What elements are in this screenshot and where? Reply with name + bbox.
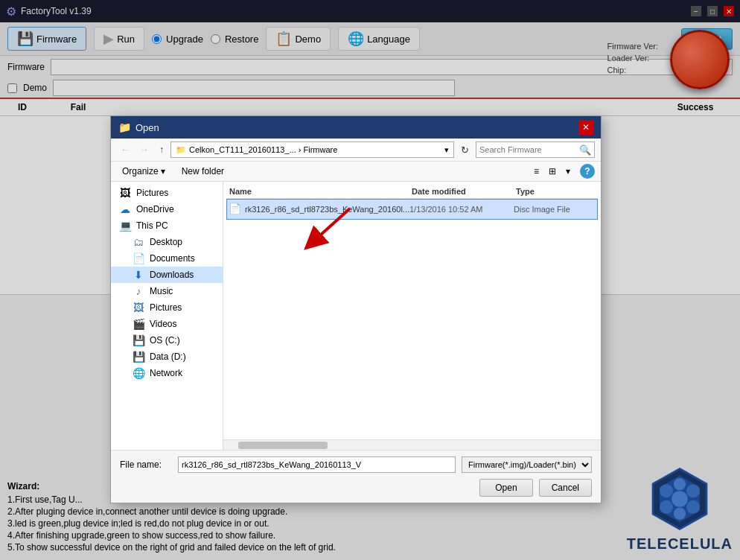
search-input[interactable] — [479, 145, 579, 154]
thispc-icon: 💻 — [118, 220, 132, 232]
hscroll-bar[interactable] — [238, 442, 328, 449]
osc-icon: 💾 — [132, 334, 145, 346]
sidebar-item-thispc-label: This PC — [136, 220, 168, 231]
dialog-content: 🖼 Pictures ☁ OneDrive 💻 This PC 🗂 Deskto… — [111, 182, 601, 450]
footer-row2: Open Cancel — [120, 479, 592, 497]
organize-chevron-icon: ▾ — [161, 166, 165, 176]
new-folder-label: New folder — [182, 166, 224, 176]
sidebar-item-network[interactable]: 🌐 Network — [111, 365, 223, 381]
footer-row1: File name: Firmware(*.img)/Loader(*.bin) — [120, 456, 592, 473]
nav-forward-button[interactable]: → — [136, 142, 153, 157]
file-row[interactable]: 📄 rk3126_r86_sd_rtl8723bs_KeWang_20160l.… — [226, 199, 598, 220]
datad-icon: 💾 — [132, 351, 145, 363]
cancel-button[interactable]: Cancel — [539, 479, 592, 497]
view-list-button[interactable]: ≡ — [530, 164, 543, 179]
sidebar-item-pictures2[interactable]: 🖼 Pictures — [111, 299, 223, 316]
nav-up-button[interactable]: ↑ — [156, 142, 168, 157]
organize-button[interactable]: Organize ▾ — [117, 164, 170, 179]
sidebar-item-documents[interactable]: 📄 Documents — [111, 250, 223, 267]
network-icon: 🌐 — [132, 367, 145, 379]
file-type: Disc Image File — [514, 205, 596, 214]
breadcrumb-text: Celkon_CT111_20160113_... › Firmware — [189, 145, 337, 154]
filetype-select[interactable]: Firmware(*.img)/Loader(*.bin) — [462, 456, 592, 473]
dialog-titlebar: 📁 Open ✕ — [111, 116, 601, 139]
open-dialog: 📁 Open ✕ ← → ↑ 📁 Celkon_CT111_20160113_.… — [110, 115, 602, 503]
files-col-name[interactable]: Name — [226, 187, 412, 196]
files-col-date[interactable]: Date modified — [412, 187, 516, 196]
sidebar-item-network-label: Network — [150, 368, 182, 378]
search-box: 🔍 — [476, 141, 595, 158]
nav-back-button[interactable]: ← — [117, 142, 133, 157]
dialog-folder-icon: 📁 — [118, 121, 131, 133]
search-icon: 🔍 — [579, 144, 591, 156]
pictures-icon: 🖼 — [118, 187, 132, 199]
files-panel: Name Date modified Type 📄 rk3126_r86_sd_… — [223, 182, 601, 450]
dialog-footer: File name: Firmware(*.img)/Loader(*.bin)… — [111, 450, 601, 503]
file-icon: 📄 — [229, 203, 242, 216]
sidebar-item-pictures[interactable]: 🖼 Pictures — [111, 185, 223, 201]
sidebar-item-osc[interactable]: 💾 OS (C:) — [111, 332, 223, 349]
filename-label: File name: — [120, 459, 172, 470]
dialog-navbar: ← → ↑ 📁 Celkon_CT111_20160113_... › Firm… — [111, 139, 601, 162]
sidebar-item-pictures-label: Pictures — [136, 188, 168, 198]
dialog-title: Open — [135, 122, 578, 133]
view-dropdown-button[interactable]: ▾ — [562, 164, 574, 179]
sidebar-item-onedrive-label: OneDrive — [136, 204, 174, 214]
desktop-icon: 🗂 — [132, 236, 145, 248]
new-folder-button[interactable]: New folder — [176, 164, 229, 179]
hscroll-area — [223, 439, 601, 450]
sidebar-item-desktop-label: Desktop — [150, 237, 182, 247]
help-button[interactable]: ? — [580, 164, 595, 179]
sidebar-item-videos-label: Videos — [150, 319, 176, 329]
dialog-sidebar: 🖼 Pictures ☁ OneDrive 💻 This PC 🗂 Deskto… — [111, 182, 223, 450]
sidebar-item-desktop[interactable]: 🗂 Desktop — [111, 234, 223, 250]
open-button[interactable]: Open — [479, 479, 532, 497]
view-grid-button[interactable]: ⊞ — [545, 164, 560, 179]
downloads-icon: ⬇ — [132, 269, 145, 281]
sidebar-item-pictures2-label: Pictures — [150, 302, 182, 313]
sidebar-item-videos[interactable]: 🎬 Videos — [111, 316, 223, 332]
music-icon: ♪ — [132, 285, 145, 297]
nav-refresh-button[interactable]: ↻ — [457, 142, 473, 158]
view-buttons: ≡ ⊞ ▾ — [530, 164, 574, 179]
dialog-close-button[interactable]: ✕ — [578, 120, 593, 135]
documents-icon: 📄 — [132, 252, 145, 264]
files-col-type[interactable]: Type — [516, 187, 598, 196]
videos-icon: 🎬 — [132, 318, 145, 330]
sidebar-item-music[interactable]: ♪ Music — [111, 283, 223, 299]
sidebar-item-music-label: Music — [150, 286, 173, 296]
dialog-overlay: 📁 Open ✕ ← → ↑ 📁 Celkon_CT111_20160113_.… — [0, 0, 740, 560]
breadcrumb-dropdown[interactable]: ▾ — [444, 145, 449, 155]
organize-label: Organize — [122, 166, 159, 176]
dialog-toolbar2: Organize ▾ New folder ≡ ⊞ ▾ ? — [111, 162, 601, 182]
onedrive-icon: ☁ — [118, 203, 132, 215]
dialog-files: Name Date modified Type 📄 rk3126_r86_sd_… — [223, 182, 601, 439]
folder-icon-small: 📁 — [176, 145, 186, 155]
breadcrumb-bar: 📁 Celkon_CT111_20160113_... › Firmware ▾ — [170, 141, 454, 158]
sidebar-item-downloads-label: Downloads — [150, 270, 194, 280]
sidebar-item-onedrive[interactable]: ☁ OneDrive — [111, 201, 223, 217]
sidebar-item-downloads[interactable]: ⬇ Downloads — [111, 267, 223, 283]
sidebar-item-datad-label: Data (D:) — [150, 351, 186, 362]
pictures2-icon: 🖼 — [132, 302, 145, 314]
sidebar-item-thispc[interactable]: 💻 This PC — [111, 217, 223, 234]
filename-input[interactable] — [178, 456, 456, 473]
file-name: rk3126_r86_sd_rtl8723bs_KeWang_20160l... — [245, 205, 409, 214]
file-date: 1/13/2016 10:52 AM — [409, 205, 514, 214]
sidebar-item-osc-label: OS (C:) — [150, 335, 180, 346]
sidebar-item-documents-label: Documents — [150, 253, 195, 264]
sidebar-item-datad[interactable]: 💾 Data (D:) — [111, 349, 223, 365]
files-header[interactable]: Name Date modified Type — [226, 185, 598, 199]
